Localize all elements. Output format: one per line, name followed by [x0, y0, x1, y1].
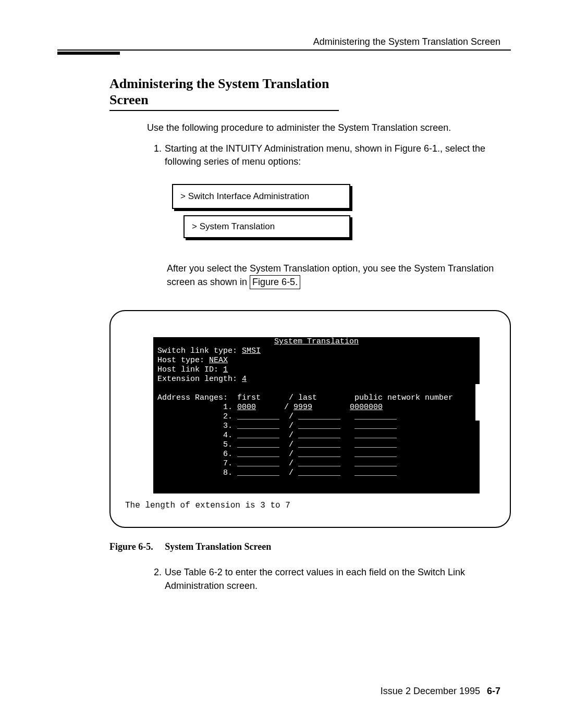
- step-2-text: Use Table 6-2 to enter the correct value…: [165, 566, 511, 592]
- page-number: 6-7: [487, 686, 500, 696]
- switch-link-value: SMSI: [242, 347, 261, 355]
- row2: 2. _________ / _________ _________: [157, 412, 397, 421]
- figure-link[interactable]: Figure 6-5.: [250, 275, 300, 289]
- page: Administering the System Translation Scr…: [0, 0, 563, 728]
- after-menu-text: After you select the System Translation …: [167, 262, 511, 289]
- figure-frame: System Translation Switch link type: SMS…: [109, 310, 511, 528]
- terminal-screen: System Translation Switch link type: SMS…: [153, 337, 480, 493]
- row5: 5. _________ / _________ _________: [157, 440, 397, 449]
- after-menu-lead: After you select the System Translation …: [167, 263, 494, 287]
- menu-option-2: > System Translation: [183, 215, 350, 238]
- header-rule-full: [57, 50, 511, 51]
- terminal-scrollbar[interactable]: [475, 384, 480, 421]
- step-2-number: 2.: [147, 566, 162, 592]
- menu-stack: > Switch Interface Administration > Syst…: [172, 184, 511, 238]
- row1-pad: [312, 403, 350, 412]
- host-type-label: Host type:: [157, 356, 209, 365]
- intro-text: Use the following procedure to administe…: [147, 121, 511, 134]
- terminal-title: System Translation: [153, 337, 480, 347]
- row4: 4. _________ / _________ _________: [157, 431, 397, 440]
- row6: 6. _________ / _________ _________: [157, 450, 397, 459]
- host-link-label: Host link ID:: [157, 365, 223, 374]
- row1-lead: 1.: [157, 403, 237, 412]
- row1-first: 0000: [237, 403, 256, 412]
- page-footer: Issue 2 December 1995 6-7: [381, 686, 500, 697]
- figure-number: Figure 6-5.: [109, 541, 153, 552]
- row8: 8. _________ / _________ _________: [157, 468, 397, 477]
- menu-option-1: > Switch Interface Administration: [172, 184, 350, 209]
- section-title-rule: [109, 110, 339, 111]
- step-2: 2. Use Table 6-2 to enter the correct va…: [147, 566, 511, 592]
- row3: 3. _________ / _________ _________: [157, 422, 397, 430]
- header-rule-short: [57, 52, 120, 55]
- ext-len-label: Extension length:: [157, 375, 242, 384]
- row1-pub: 0000000: [350, 403, 383, 412]
- terminal-footer: The length of extension is 3 to 7: [125, 501, 495, 510]
- host-link-value: 1: [223, 365, 228, 374]
- figure-title: System Translation Screen: [165, 541, 271, 552]
- switch-link-label: Switch link type:: [157, 347, 242, 355]
- step-1: 1. Starting at the INTUITY Administratio…: [147, 142, 511, 168]
- content: Administering the System Translation Scr…: [109, 76, 511, 593]
- terminal-body: Switch link type: SMSI Host type: NEAX H…: [157, 347, 475, 478]
- section-title: Administering the System Translation Scr…: [109, 76, 339, 108]
- row1-last: 9999: [293, 403, 312, 412]
- ext-len-value: 4: [242, 375, 247, 384]
- addr-header: Address Ranges: first / last public netw…: [157, 393, 453, 402]
- figure-caption: Figure 6-5. System Translation Screen: [109, 541, 511, 552]
- row7: 7. _________ / _________ _________: [157, 459, 397, 468]
- running-header: Administering the System Translation Scr…: [57, 36, 511, 50]
- row1-sep: /: [256, 403, 293, 412]
- step-1-number: 1.: [147, 142, 162, 168]
- issue-date: Issue 2 December 1995: [381, 686, 480, 696]
- host-type-value: NEAX: [209, 356, 228, 365]
- step-1-text: Starting at the INTUITY Administration m…: [165, 142, 511, 168]
